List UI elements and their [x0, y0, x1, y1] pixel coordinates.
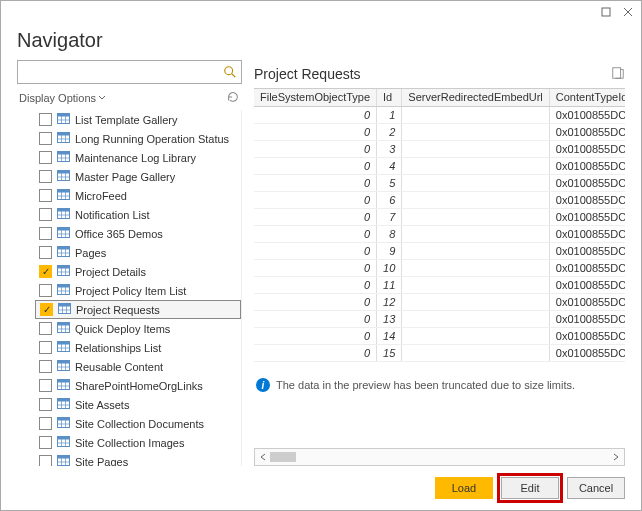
cell-fso: 0 [254, 123, 377, 140]
table-row[interactable]: 060x0100855DCCD040995 [254, 191, 625, 208]
svg-rect-61 [58, 323, 70, 326]
table-icon [57, 151, 70, 164]
checkbox[interactable] [40, 303, 53, 316]
preview-options-icon[interactable] [611, 66, 625, 82]
list-item[interactable]: Long Running Operation Status [35, 129, 241, 148]
table-row[interactable]: 080x0100855DCCD040995 [254, 225, 625, 242]
cell-id: 8 [377, 225, 402, 242]
table-row[interactable]: 030x0100855DCCD040995 [254, 140, 625, 157]
list-item-label: Long Running Operation Status [75, 133, 229, 145]
checkbox[interactable] [39, 151, 52, 164]
list-item[interactable]: Notification List [35, 205, 241, 224]
cell-url [402, 225, 550, 242]
table-row[interactable]: 020x0100855DCCD040995 [254, 123, 625, 140]
list-item[interactable]: Reusable Content [35, 357, 241, 376]
horizontal-scrollbar[interactable] [254, 448, 625, 466]
checkbox[interactable] [39, 436, 52, 449]
checkbox[interactable] [39, 360, 52, 373]
checkbox[interactable] [39, 341, 52, 354]
checkbox[interactable] [39, 379, 52, 392]
list-item[interactable]: Site Pages [35, 452, 241, 466]
svg-rect-71 [58, 361, 70, 364]
load-button[interactable]: Load [435, 477, 493, 499]
table-icon [57, 208, 70, 221]
list-item-label: Site Collection Images [75, 437, 184, 449]
search-box[interactable] [17, 60, 242, 84]
table-row[interactable]: 0100x0100855DCCD040995 [254, 259, 625, 276]
column-header[interactable]: FileSystemObjectType [254, 89, 377, 106]
checkbox[interactable] [39, 170, 52, 183]
cell-url [402, 140, 550, 157]
table-row[interactable]: 050x0100855DCCD040995 [254, 174, 625, 191]
checkbox[interactable] [39, 398, 52, 411]
search-input[interactable] [22, 65, 223, 79]
table-icon [57, 170, 70, 183]
list-item[interactable]: Project Details [35, 262, 241, 281]
table-row[interactable]: 040x0100855DCCD040995 [254, 157, 625, 174]
checkbox[interactable] [39, 246, 52, 259]
list-item[interactable]: Master Page Gallery [35, 167, 241, 186]
table-row[interactable]: 0120x0100855DCCD040995 [254, 293, 625, 310]
scroll-right-icon[interactable] [612, 453, 620, 461]
checkbox[interactable] [39, 189, 52, 202]
table-icon [57, 360, 70, 373]
column-header[interactable]: Id [377, 89, 402, 106]
table-row[interactable]: 090x0100855DCCD040995 [254, 242, 625, 259]
cell-contenttype: 0x0100855DCCD040995 [549, 140, 625, 157]
refresh-icon[interactable] [226, 90, 240, 106]
checkbox[interactable] [39, 284, 52, 297]
list-item[interactable]: MicroFeed [35, 186, 241, 205]
table-icon [57, 227, 70, 240]
table-row[interactable]: 070x0100855DCCD040995 [254, 208, 625, 225]
checkbox[interactable] [39, 265, 52, 278]
list-item[interactable]: Relationships List [35, 338, 241, 357]
checkbox[interactable] [39, 417, 52, 430]
cancel-button[interactable]: Cancel [567, 477, 625, 499]
cell-id: 12 [377, 293, 402, 310]
list-item[interactable]: Project Policy Item List [35, 281, 241, 300]
checkbox[interactable] [39, 208, 52, 221]
checkbox[interactable] [39, 227, 52, 240]
table-row[interactable]: 0110x0100855DCCD040995 [254, 276, 625, 293]
column-header[interactable]: ContentTypeId [549, 89, 625, 106]
list-item-label: Project Details [75, 266, 146, 278]
restore-icon[interactable] [601, 7, 611, 19]
table-row[interactable]: 010x0100855DCCD040995 [254, 106, 625, 123]
cell-url [402, 191, 550, 208]
checkbox[interactable] [39, 132, 52, 145]
list-item[interactable]: Site Collection Images [35, 433, 241, 452]
svg-rect-36 [58, 228, 70, 231]
checkbox[interactable] [39, 322, 52, 335]
list-item[interactable]: Project Requests [35, 300, 241, 319]
list-item[interactable]: Site Assets [35, 395, 241, 414]
table-list[interactable]: List Template GalleryLong Running Operat… [17, 110, 241, 466]
info-icon: i [256, 378, 270, 392]
list-item[interactable]: Pages [35, 243, 241, 262]
list-item[interactable]: Site Collection Documents [35, 414, 241, 433]
list-item[interactable]: Office 365 Demos [35, 224, 241, 243]
footer: Load Edit Cancel [1, 466, 641, 510]
cell-url [402, 259, 550, 276]
checkbox[interactable] [39, 455, 52, 466]
list-item[interactable]: Quick Deploy Items [35, 319, 241, 338]
list-item[interactable]: Maintenance Log Library [35, 148, 241, 167]
column-header[interactable]: ServerRedirectedEmbedUrl [402, 89, 550, 106]
svg-rect-91 [58, 437, 70, 440]
list-item[interactable]: SharePointHomeOrgLinks [35, 376, 241, 395]
cell-id: 15 [377, 344, 402, 361]
cell-url [402, 157, 550, 174]
list-item-label: Site Assets [75, 399, 129, 411]
table-icon [57, 113, 70, 126]
table-row[interactable]: 0150x0100855DCCD040995 [254, 344, 625, 361]
close-icon[interactable] [623, 7, 633, 19]
scroll-left-icon[interactable] [259, 453, 267, 461]
list-item[interactable]: List Template Gallery [35, 110, 241, 129]
display-options-dropdown[interactable]: Display Options [19, 92, 106, 104]
svg-rect-51 [58, 285, 70, 288]
svg-rect-31 [58, 209, 70, 212]
table-row[interactable]: 0140x0100855DCCD040995 [254, 327, 625, 344]
checkbox[interactable] [39, 113, 52, 126]
scroll-thumb[interactable] [270, 452, 609, 462]
edit-button[interactable]: Edit [501, 477, 559, 499]
table-row[interactable]: 0130x0100855DCCD040995 [254, 310, 625, 327]
